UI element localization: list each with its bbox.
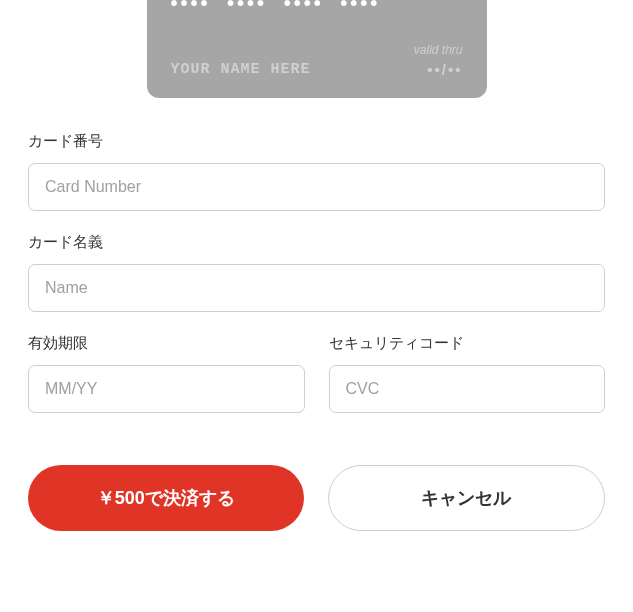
card-name-placeholder: YOUR NAME HERE xyxy=(171,61,311,78)
cancel-button[interactable]: キャンセル xyxy=(328,465,606,531)
card-preview: •••• •••• •••• •••• YOUR NAME HERE valid… xyxy=(147,0,487,98)
card-bottom-row: YOUR NAME HERE valid thru ••/•• xyxy=(171,43,463,78)
expiry-input[interactable] xyxy=(28,365,305,413)
cvc-group: セキュリティコード xyxy=(329,334,606,413)
cvc-input[interactable] xyxy=(329,365,606,413)
card-number-dots: •••• •••• •••• •••• xyxy=(171,0,463,15)
valid-thru-label: valid thru xyxy=(414,43,463,57)
card-name-input[interactable] xyxy=(28,264,605,312)
card-name-group: カード名義 xyxy=(28,233,605,312)
dot-group: •••• xyxy=(340,0,380,15)
card-number-input[interactable] xyxy=(28,163,605,211)
expiry-group: 有効期限 xyxy=(28,334,305,413)
dot-group: •••• xyxy=(171,0,211,15)
cvc-label: セキュリティコード xyxy=(329,334,606,353)
submit-button[interactable]: ￥500で決済する xyxy=(28,465,304,531)
payment-form: カード番号 カード名義 有効期限 セキュリティコード ￥500で決済する キャン… xyxy=(0,98,633,531)
card-valid-thru: valid thru ••/•• xyxy=(414,43,463,78)
card-number-label: カード番号 xyxy=(28,132,605,151)
dot-group: •••• xyxy=(284,0,324,15)
button-row: ￥500で決済する キャンセル xyxy=(28,465,605,531)
dot-group: •••• xyxy=(227,0,267,15)
expiry-label: 有効期限 xyxy=(28,334,305,353)
valid-thru-placeholder: ••/•• xyxy=(414,61,463,78)
card-number-group: カード番号 xyxy=(28,132,605,211)
expiry-cvc-row: 有効期限 セキュリティコード xyxy=(28,334,605,435)
card-name-label: カード名義 xyxy=(28,233,605,252)
